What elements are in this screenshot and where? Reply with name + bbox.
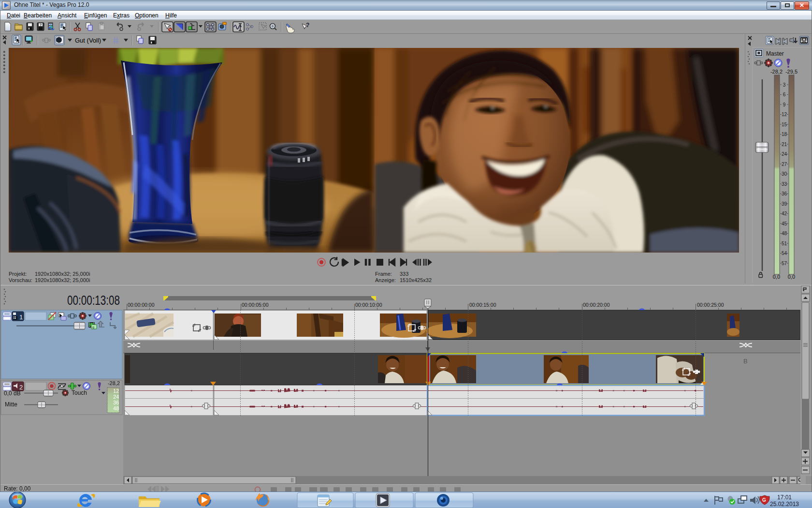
svg-text:54: 54 [782, 251, 787, 256]
svg-text:Β: Β [743, 358, 748, 365]
svg-text:-28,2: -28,2 [108, 380, 120, 386]
svg-text:Rate: 0,00: Rate: 0,00 [4, 485, 31, 492]
svg-text:Master: Master [766, 50, 784, 57]
svg-text:?: ? [40, 23, 42, 27]
svg-text:?: ? [306, 22, 309, 29]
svg-text:00:00:20:00: 00:00:20:00 [583, 302, 610, 308]
svg-text:1: 1 [19, 314, 23, 321]
svg-text:00:00:05:00: 00:00:05:00 [242, 302, 269, 308]
svg-text:12: 12 [113, 388, 119, 394]
svg-text:0,0: 0,0 [788, 274, 795, 280]
svg-text:0,0: 0,0 [773, 274, 780, 280]
svg-text:3: 3 [783, 82, 786, 88]
svg-text:24: 24 [782, 151, 787, 157]
svg-text:-29,5: -29,5 [785, 69, 798, 75]
svg-text:27: 27 [782, 162, 787, 167]
svg-text:17:01: 17:01 [777, 494, 792, 501]
svg-text:51: 51 [782, 241, 787, 246]
svg-text:12: 12 [782, 112, 787, 117]
svg-text:48: 48 [113, 405, 119, 411]
svg-text:39: 39 [782, 201, 787, 207]
svg-text:57: 57 [782, 261, 787, 266]
svg-text:00:00:13:08: 00:00:13:08 [67, 293, 120, 308]
svg-text:36: 36 [782, 191, 787, 196]
svg-text:48: 48 [782, 231, 787, 236]
svg-text:9: 9 [783, 102, 786, 107]
svg-text:00:00:25:00: 00:00:25:00 [697, 302, 724, 308]
svg-text:42: 42 [782, 211, 787, 216]
svg-text:30: 30 [782, 171, 787, 177]
svg-text:00:00:15:00: 00:00:15:00 [469, 302, 496, 308]
svg-text:25.02.2013: 25.02.2013 [770, 501, 799, 508]
svg-text:Gut (Voll): Gut (Voll) [75, 37, 101, 44]
svg-text:33: 33 [782, 181, 787, 187]
svg-text:18: 18 [782, 132, 787, 137]
svg-text:6: 6 [783, 92, 786, 97]
svg-text:Touch: Touch [72, 389, 87, 396]
svg-text:G: G [762, 497, 766, 503]
svg-text:24: 24 [113, 394, 119, 400]
svg-text:21: 21 [782, 142, 787, 147]
svg-text:36: 36 [113, 400, 119, 405]
svg-text:α: α [92, 326, 94, 329]
svg-text:00:00:10:00: 00:00:10:00 [355, 302, 382, 308]
svg-text:0,0 dB: 0,0 dB [4, 390, 21, 397]
svg-text:00:00:00:00: 00:00:00:00 [128, 302, 155, 308]
svg-text:45: 45 [782, 221, 787, 226]
svg-text:15: 15 [782, 122, 787, 127]
svg-text:-28,2: -28,2 [770, 69, 783, 75]
svg-text:Mitte: Mitte [5, 401, 17, 408]
